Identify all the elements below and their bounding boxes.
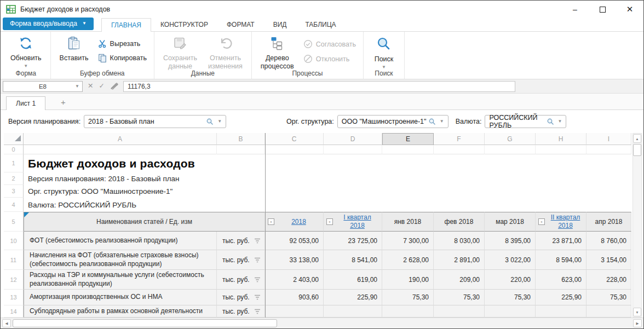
column-header-D[interactable]: D [324,133,382,145]
cell-B0[interactable] [217,145,265,154]
cell-C12[interactable]: 2 403,00 [265,270,324,290]
cell-B13[interactable]: тыс. руб. [217,290,265,305]
chevron-down-icon[interactable]: ▼ [558,119,562,124]
column-header-C[interactable]: C [265,133,324,145]
cell-F0[interactable] [434,145,485,154]
column-header-A[interactable]: A [24,133,217,145]
tab-вид[interactable]: ВИД [264,18,296,31]
horizontal-scrollbar[interactable]: ◀ ▶ [1,318,643,328]
cell-I14[interactable] [586,305,631,318]
cell-E0[interactable] [382,145,434,154]
refresh-button[interactable]: Обновить ▼ [7,34,45,70]
cell-D0[interactable] [324,145,382,154]
org-structure-field[interactable]: ООО "Машиностроение-1"▼ [337,115,449,128]
row-header-11[interactable]: 11 [4,250,24,270]
scroll-up-button[interactable]: ▲ [633,134,641,143]
confirm-entry-icon[interactable]: ✓ [99,83,104,90]
tab-конструктор[interactable]: КОНСТРУКТОР [151,18,217,31]
cell-A10[interactable]: ФОТ (себестоимость реализованной продукц… [24,232,217,250]
cell-D12[interactable]: 619,00 [324,270,382,290]
header-cell-H5[interactable]: -II квартал 2018 [536,212,586,232]
filter-icon[interactable] [254,277,261,282]
scroll-down-button[interactable]: ▼ [633,308,641,316]
period-label[interactable]: 2018 [277,218,320,226]
filter-icon[interactable] [254,238,261,244]
cell-D13[interactable]: 225,90 [324,290,382,305]
undo-changes-button[interactable]: Отменить изменения [204,34,246,72]
cell-H12[interactable]: 623,00 [536,270,586,290]
tab-таблица[interactable]: ТАБЛИЦА [296,18,345,31]
cell-H0[interactable] [536,145,586,154]
cell-D10[interactable]: 23 725,00 [324,232,382,250]
column-header-H[interactable]: H [536,133,586,145]
currency-field[interactable]: РОССИЙСКИЙ РУБЛЬ▼ [485,115,566,128]
cell-B11[interactable]: тыс. руб. [217,250,265,270]
collapse-icon[interactable]: - [268,218,274,225]
cell-I12[interactable]: 228,00 [586,270,631,290]
row-header-13[interactable]: 13 [4,290,24,305]
sheet-tab-list1[interactable]: Лист 1 [6,96,45,110]
tab-главная[interactable]: ГЛАВНАЯ [101,18,151,32]
cut-button[interactable]: Вырезать [96,39,149,49]
cell-G12[interactable]: 220,00 [485,270,536,290]
cell-E13[interactable]: 75,30 [382,290,434,305]
search-icon[interactable] [429,118,436,125]
cell-name-box[interactable]: E8 ▼ [3,81,83,92]
header-cell-C5[interactable]: -2018 [265,212,324,232]
row-header-12[interactable]: 12 [4,270,24,290]
form-io-menu-button[interactable]: Форма ввода/вывода ▼ [3,18,94,30]
row-header-14[interactable]: 14 [4,305,24,318]
cell-G10[interactable]: 8 395,00 [485,232,536,250]
cell-B14[interactable]: тыс. руб. [217,305,265,318]
vertical-scroll-thumb[interactable] [633,144,641,156]
cell-C14[interactable] [265,305,324,318]
cell-G13[interactable]: 75,30 [485,290,536,305]
cell-I0[interactable] [586,145,631,154]
cell-C11[interactable]: 33 138,00 [265,250,324,270]
cell-H13[interactable]: 225,90 [536,290,586,305]
cell-B10[interactable]: тыс. руб. [217,232,265,250]
row-header-0[interactable]: 0 [4,145,24,154]
column-header-I[interactable]: I [586,133,631,145]
cell-F14[interactable] [434,305,485,318]
row-header-4[interactable]: 4 [4,198,24,212]
close-button[interactable]: ✕ [616,1,643,18]
vertical-scrollbar[interactable]: ▲ ▼ [633,133,642,318]
header-cell-E5[interactable]: янв 2018 [382,212,434,232]
column-header-E[interactable]: E [382,133,434,145]
column-header-B[interactable]: B [217,133,265,145]
cell-A0[interactable] [24,145,217,154]
cell-A13[interactable]: Амортизация производственных ОС и НМА [24,290,217,305]
cancel-entry-icon[interactable]: ✕ [88,83,93,90]
chevron-down-icon[interactable]: ▼ [217,119,222,124]
cell-C10[interactable]: 92 053,00 [265,232,324,250]
header-cell-I5[interactable]: апр 2018 [586,212,631,232]
header-name-cell[interactable]: Наименования статей / Ед. изм [24,212,265,232]
cell-I11[interactable]: 3 154,00 [586,250,631,270]
cell-I13[interactable]: 75,30 [586,290,631,305]
header-cell-F5[interactable]: фев 2018 [434,212,485,232]
header-cell-D5[interactable]: -I квартал 2018 [324,212,382,232]
row-header-3[interactable]: 3 [4,185,24,198]
cell-A4[interactable]: Валюта: РОССИЙСКИЙ РУБЛЬ [24,198,631,212]
cell-A3[interactable]: Орг. структура: ООО "Машиностроение-1" [24,185,631,198]
collapse-icon[interactable]: - [326,218,333,225]
copy-button[interactable]: Копировать [96,53,149,63]
cell-H11[interactable]: 8 594,00 [536,250,586,270]
scroll-left-button[interactable]: ◀ [2,319,11,327]
cell-F13[interactable]: 75,30 [434,290,485,305]
column-header-G[interactable]: G [485,133,536,145]
period-label[interactable]: I квартал 2018 [336,213,379,230]
cell-B12[interactable]: тыс. руб. [217,270,265,290]
formula-input[interactable]: 11176,3 [123,81,515,92]
chevron-down-icon[interactable]: ▼ [440,119,444,124]
process-tree-button[interactable]: Дерево процессов [257,34,298,72]
cell-G0[interactable] [485,145,536,154]
scroll-right-button[interactable]: ▶ [633,319,642,327]
cell-E11[interactable]: 2 628,00 [382,250,434,270]
cell-G14[interactable] [485,305,536,318]
cell-F11[interactable]: 2 891,00 [434,250,485,270]
cell-E14[interactable] [382,305,434,318]
cell-D11[interactable]: 8 541,00 [324,250,382,270]
approve-button[interactable]: Согласовать [301,39,358,49]
